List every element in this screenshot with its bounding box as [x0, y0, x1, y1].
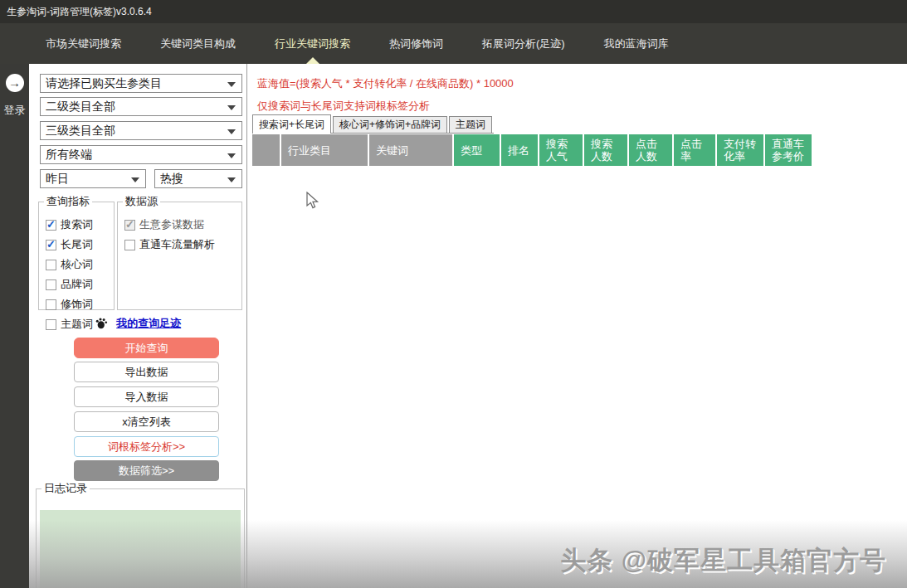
column-header-click-users: 点击人数 — [629, 134, 672, 166]
select-value: 昨日 — [46, 172, 69, 187]
login-arrow-icon — [6, 74, 24, 92]
checkbox-label: 修饰词 — [61, 297, 93, 312]
column-header-click-rate: 点击率 — [674, 134, 715, 166]
data-filter-button[interactable]: 数据筛选>> — [74, 460, 219, 481]
root-tag-analysis-button[interactable]: 词根标签分析>> — [74, 436, 219, 457]
export-data-button[interactable]: 导出数据 — [74, 362, 219, 382]
filter-panel: 请选择已购买生参类目 二级类目全部 三级类目全部 所有终端 昨日 热搜 查询指标 — [29, 64, 247, 588]
checkbox-brand-word[interactable]: 品牌词 — [46, 277, 110, 292]
select-value: 请选择已购买生参类目 — [46, 76, 162, 91]
group-title: 查询指标 — [44, 194, 92, 209]
select-value: 三级类目全部 — [46, 124, 115, 138]
checkbox-modifier-word[interactable]: 修饰词 — [46, 297, 110, 312]
root-tag-support-notice: 仅搜索词与长尾词支持词根标签分析 — [257, 99, 430, 114]
my-query-footprint-link[interactable]: 我的查询足迹 — [116, 317, 181, 329]
table-header-row: 行业类目 关键词 类型 排名 搜索人气 搜索人数 点击人数 点击率 支付转化率 … — [252, 134, 812, 166]
checkbox-icon — [46, 299, 56, 310]
footprint-icon — [95, 317, 108, 329]
hot-search-select[interactable]: 热搜 — [154, 169, 242, 188]
active-indicator-triangle — [306, 57, 319, 64]
nav-tab-label: 关键词类目构成 — [160, 36, 236, 51]
nav-tab-keyword-category-structure[interactable]: 关键词类目构成 — [160, 23, 236, 64]
column-header-rank: 排名 — [501, 134, 538, 166]
start-query-button[interactable]: 开始查询 — [74, 338, 219, 358]
login-label: 登录 — [0, 103, 29, 118]
checkbox-long-tail-word[interactable]: 长尾词 — [46, 237, 110, 252]
chevron-down-icon — [227, 177, 236, 182]
checkbox-label: 长尾词 — [61, 237, 93, 252]
tab-core-modifier-brand-words[interactable]: 核心词+修饰词+品牌词 — [333, 116, 447, 133]
tab-theme-words[interactable]: 主题词 — [449, 116, 492, 133]
blue-ocean-formula-notice: 蓝海值=(搜索人气 * 支付转化率 / 在线商品数) * 10000 — [257, 76, 514, 91]
checkbox-sycm-data[interactable]: 生意参谋数据 — [124, 217, 238, 232]
chevron-down-icon — [227, 105, 236, 110]
nav-tab-market-keyword-search[interactable]: 市场关键词搜索 — [46, 23, 121, 64]
left-rail: 登录 — [0, 64, 29, 588]
checkbox-search-word[interactable]: 搜索词 — [46, 217, 110, 232]
column-header-keyword: 关键词 — [369, 134, 452, 166]
checkbox-core-word[interactable]: 核心词 — [46, 257, 110, 272]
nav-tab-label: 行业关键词搜索 — [275, 36, 350, 51]
checkbox-icon — [46, 260, 56, 270]
content-area: 蓝海值=(搜索人气 * 支付转化率 / 在线商品数) * 10000 仅搜索词与… — [248, 64, 907, 588]
checkbox-label: 直通车流量解析 — [139, 237, 215, 252]
checkbox-icon — [124, 220, 135, 231]
checkbox-icon — [46, 279, 56, 290]
result-tabbar: 搜索词+长尾词 核心词+修饰词+品牌词 主题词 — [252, 114, 494, 134]
nav-tab-my-blue-ocean-library[interactable]: 我的蓝海词库 — [604, 23, 669, 64]
nav-tab-label: 拓展词分析(足迹) — [482, 36, 565, 51]
select-value: 所有终端 — [46, 148, 92, 163]
nav-tab-industry-keyword-search[interactable]: 行业关键词搜索 — [275, 23, 350, 64]
login-button[interactable]: 登录 — [0, 74, 29, 118]
column-header-ztc-ref-price: 直通车参考价 — [765, 134, 812, 166]
checkbox-label: 品牌词 — [61, 277, 93, 292]
second-level-category-select[interactable]: 二级类目全部 — [40, 97, 242, 116]
import-data-button[interactable]: 导入数据 — [74, 386, 219, 407]
nav-tab-label: 热词修饰词 — [389, 36, 443, 51]
query-metrics-group: 查询指标 搜索词 长尾词 核心词 品牌词 修饰词 — [38, 194, 115, 310]
app-window: 生参淘词-词路管理(标签)v3.0.6.4 市场关键词搜索 关键词类目构成 行业… — [0, 0, 907, 588]
select-value: 热搜 — [160, 172, 183, 187]
mouse-cursor — [306, 192, 319, 210]
purchased-category-select[interactable]: 请选择已购买生参类目 — [40, 74, 242, 93]
checkbox-icon — [124, 240, 135, 250]
column-header-search-users: 搜索人数 — [584, 134, 627, 166]
checkbox-ztc-traffic-analysis[interactable]: 直通车流量解析 — [124, 237, 238, 252]
column-header-type: 类型 — [454, 134, 500, 166]
query-footprint-row: 我的查询足迹 — [29, 315, 247, 331]
main-nav: 市场关键词搜索 关键词类目构成 行业关键词搜索 热词修饰词 拓展词分析(足迹) … — [0, 23, 907, 64]
column-header-pay-cvr: 支付转化率 — [717, 134, 763, 166]
chevron-down-icon — [227, 129, 236, 134]
checkbox-label: 生意参谋数据 — [139, 217, 204, 232]
checkbox-label: 核心词 — [61, 257, 93, 272]
window-title: 生参淘词-词路管理(标签)v3.0.6.4 — [7, 0, 152, 23]
nav-tab-expanded-word-analysis[interactable]: 拓展词分析(足迹) — [482, 23, 565, 64]
column-header-search-pop: 搜索人气 — [539, 134, 583, 166]
tab-search-longtail-words[interactable]: 搜索词+长尾词 — [252, 114, 331, 134]
checkbox-icon — [46, 220, 56, 231]
watermark-text: 头条 @破军星工具箱官方号 — [560, 543, 886, 578]
nav-tab-label: 我的蓝海词库 — [604, 36, 669, 51]
checkbox-label: 搜索词 — [61, 217, 93, 232]
column-header-select — [252, 134, 280, 166]
third-level-category-select[interactable]: 三级类目全部 — [40, 121, 242, 140]
nav-tab-hot-modifier-words[interactable]: 热词修饰词 — [389, 23, 443, 64]
column-header-industry: 行业类目 — [281, 134, 368, 166]
chevron-down-icon — [227, 82, 236, 87]
log-title: 日志记录 — [41, 481, 90, 496]
title-bar: 生参淘词-词路管理(标签)v3.0.6.4 — [0, 0, 907, 23]
checkbox-icon — [46, 240, 56, 250]
date-range-select[interactable]: 昨日 — [40, 169, 146, 188]
clear-list-button[interactable]: x清空列表 — [74, 411, 219, 432]
nav-tab-label: 市场关键词搜索 — [46, 36, 121, 51]
select-value: 二级类目全部 — [46, 100, 115, 114]
log-textarea[interactable] — [40, 510, 241, 588]
log-section: 日志记录 — [36, 481, 245, 588]
data-source-group: 数据源 生意参谋数据 直通车流量解析 — [117, 194, 242, 310]
chevron-down-icon — [227, 153, 236, 158]
group-title: 数据源 — [123, 194, 160, 209]
chevron-down-icon — [131, 177, 139, 182]
terminal-select[interactable]: 所有终端 — [40, 145, 242, 164]
